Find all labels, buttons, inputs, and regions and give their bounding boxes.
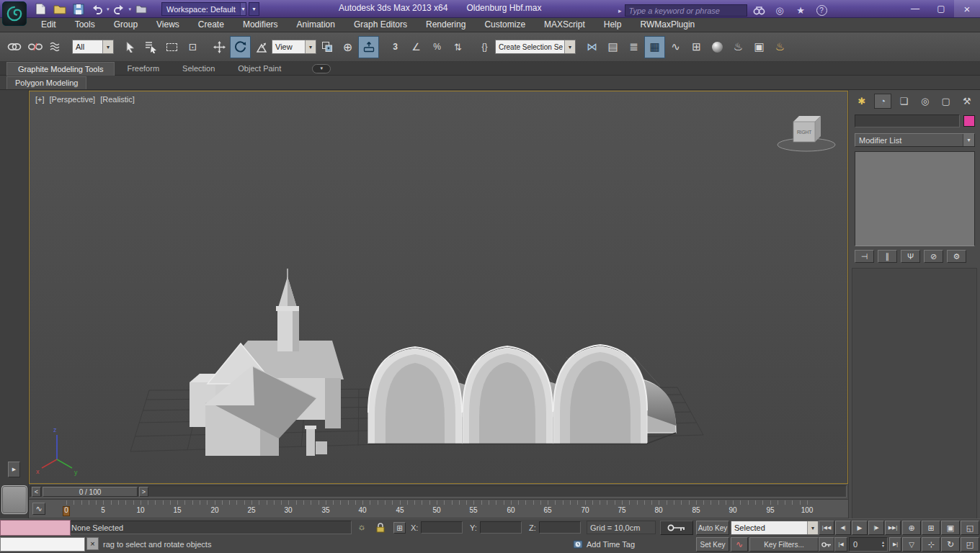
time-config-dropdown[interactable]: Selected▾ bbox=[731, 521, 819, 535]
percent-snap-toggle[interactable]: % bbox=[427, 36, 447, 58]
select-and-rotate-button[interactable] bbox=[230, 36, 251, 58]
keyboard-shortcut-override-toggle[interactable] bbox=[358, 36, 379, 58]
x-coord-field[interactable] bbox=[421, 521, 463, 534]
select-and-scale-button[interactable] bbox=[251, 36, 272, 58]
curve-editor-button[interactable]: ∿ bbox=[665, 36, 686, 58]
menu-item-edit[interactable]: Edit bbox=[32, 18, 66, 32]
selection-lock-toggle[interactable] bbox=[375, 522, 386, 534]
named-selection-sets-dropdown[interactable]: Create Selection Se▾ bbox=[495, 40, 576, 54]
edit-named-selection-sets-button[interactable]: {} bbox=[474, 36, 495, 58]
schematic-view-button[interactable]: ⊞ bbox=[686, 36, 707, 58]
key-mode-toggle-button[interactable] bbox=[819, 537, 834, 552]
maxscript-listener-pane[interactable] bbox=[0, 537, 85, 552]
utilities-tab[interactable]: ⚒ bbox=[958, 94, 976, 109]
zoom-all-button[interactable]: ⊞ bbox=[922, 521, 940, 535]
time-slider-prev-button[interactable]: < bbox=[32, 487, 41, 497]
menu-item-modifiers[interactable]: Modifiers bbox=[233, 18, 288, 32]
modifier-list-dropdown[interactable]: Modifier List ▾ bbox=[855, 133, 975, 147]
hierarchy-tab[interactable]: ❏ bbox=[895, 94, 912, 109]
zoom-button[interactable]: ⊕ bbox=[902, 521, 921, 535]
select-and-link-button[interactable] bbox=[4, 36, 24, 58]
select-by-name-button[interactable] bbox=[141, 36, 161, 58]
menu-item-rwmaxplugin[interactable]: RWMaxPlugin bbox=[631, 18, 704, 32]
menu-item-customize[interactable]: Customize bbox=[475, 18, 535, 32]
zoom-extents-button[interactable]: ▣ bbox=[941, 521, 960, 535]
key-filters-button[interactable]: Key Filters... bbox=[749, 537, 819, 552]
viewport-canvas[interactable]: RIGHT z x y bbox=[30, 91, 847, 483]
field-of-view-button[interactable]: ▽ bbox=[902, 537, 921, 552]
go-to-start-button[interactable]: |◀◀ bbox=[819, 521, 834, 535]
bind-to-space-warp-button[interactable] bbox=[45, 36, 66, 58]
configure-modifier-sets-button[interactable]: ⚙ bbox=[947, 250, 966, 263]
track-bar[interactable]: ∿ 0 5 10 15 20 25 30 35 40 45 50 55 60 6… bbox=[29, 500, 848, 518]
show-end-result-button[interactable]: ∥ bbox=[878, 250, 897, 263]
menu-item-tools[interactable]: Tools bbox=[66, 18, 104, 32]
workspace-dropdown-arrow[interactable]: ▾ bbox=[240, 3, 246, 15]
modify-tab[interactable]: ◔ bbox=[874, 94, 891, 109]
current-frame-field[interactable]: 0 ▴▾ bbox=[849, 537, 888, 552]
object-color-swatch[interactable] bbox=[963, 115, 975, 127]
ribbon-tab-selection[interactable]: Selection bbox=[172, 62, 226, 75]
macro-recorder-pane[interactable] bbox=[0, 520, 71, 536]
object-name-field[interactable] bbox=[855, 114, 960, 127]
perspective-viewport[interactable]: RIGHT z x y [+] [Perspective] [Realistic… bbox=[29, 91, 848, 484]
application-menu-button[interactable] bbox=[2, 1, 27, 26]
open-mini-curve-editor-button[interactable]: ∿ bbox=[32, 503, 45, 515]
help-icon[interactable]: ? bbox=[813, 2, 831, 19]
expand-ribbon-arrow-button[interactable]: ▶ bbox=[8, 462, 20, 477]
isolate-selection-toggle[interactable]: ☼ bbox=[357, 521, 366, 532]
pan-view-button[interactable]: ⊹ bbox=[922, 537, 940, 552]
ribbon-tab-freeform[interactable]: Freeform bbox=[116, 62, 170, 75]
mirror-button[interactable]: ⋈ bbox=[582, 36, 602, 58]
viewport-general-menu[interactable]: [+] bbox=[35, 95, 45, 104]
align-button[interactable]: ▤ bbox=[602, 36, 623, 58]
motion-tab[interactable]: ◎ bbox=[917, 94, 934, 109]
search-history-arrow[interactable]: ▸ bbox=[618, 7, 622, 14]
next-key-button[interactable]: ▶| bbox=[889, 537, 901, 552]
modifier-stack-list[interactable] bbox=[855, 151, 975, 246]
previous-frame-button[interactable]: ◀| bbox=[835, 521, 851, 535]
save-file-icon[interactable] bbox=[69, 1, 87, 17]
menu-item-animation[interactable]: Animation bbox=[288, 18, 344, 32]
render-production-button[interactable]: ♨ bbox=[770, 36, 790, 58]
maximize-viewport-toggle[interactable]: ◰ bbox=[961, 537, 979, 552]
project-folder-icon[interactable] bbox=[132, 1, 150, 17]
set-keys-button[interactable] bbox=[660, 521, 693, 535]
menu-item-views[interactable]: Views bbox=[147, 18, 189, 32]
viewport-pov-menu[interactable]: [Perspective] bbox=[50, 95, 96, 104]
ribbon-tab-graphite-modeling-tools[interactable]: Graphite Modeling Tools bbox=[6, 62, 115, 76]
train-shed-model[interactable] bbox=[368, 345, 676, 444]
minimize-button[interactable]: — bbox=[902, 0, 928, 17]
search-binoculars-icon[interactable] bbox=[750, 2, 768, 19]
graphite-ribbon-toggle[interactable]: ▦ bbox=[644, 36, 665, 58]
ribbon-panel-polygon-modeling[interactable]: Polygon Modeling bbox=[6, 76, 86, 89]
pin-stack-button[interactable]: ⊣ bbox=[855, 250, 874, 263]
menu-item-help[interactable]: Help bbox=[594, 18, 631, 32]
undo-dropdown-arrow[interactable]: ▾ bbox=[107, 6, 110, 12]
unlink-selection-button[interactable] bbox=[24, 36, 45, 58]
open-file-icon[interactable] bbox=[50, 1, 68, 17]
frame-spinner[interactable]: ▴▾ bbox=[879, 541, 887, 548]
use-pivot-point-center-button[interactable] bbox=[316, 36, 337, 58]
rendered-frame-window-button[interactable]: ▣ bbox=[749, 36, 770, 58]
angle-snap-toggle[interactable]: ∠ bbox=[406, 36, 427, 58]
undo-icon[interactable] bbox=[88, 1, 106, 17]
reference-coordinate-system-dropdown[interactable]: View▾ bbox=[272, 40, 316, 54]
snaps-toggle-button[interactable]: 3 bbox=[385, 36, 406, 58]
redo-icon[interactable] bbox=[110, 1, 128, 17]
spinner-snap-toggle[interactable]: ⇅ bbox=[447, 36, 468, 58]
create-tab[interactable]: ✱ bbox=[853, 94, 870, 109]
make-unique-button[interactable]: Ψ bbox=[901, 250, 920, 263]
next-frame-button[interactable]: |▶ bbox=[868, 521, 884, 535]
default-in-out-tangents-button[interactable]: ∿ bbox=[731, 537, 748, 552]
orbit-button[interactable]: ↻ bbox=[941, 537, 960, 552]
layer-explorer-button[interactable]: ≣ bbox=[623, 36, 644, 58]
time-tag-area[interactable]: Add Time Tag bbox=[571, 537, 664, 551]
new-scene-icon[interactable] bbox=[32, 1, 50, 17]
zoom-extents-all-button[interactable]: ◱ bbox=[961, 521, 979, 535]
selection-filter-dropdown[interactable]: All▾ bbox=[72, 40, 114, 54]
menu-item-rendering[interactable]: Rendering bbox=[416, 18, 475, 32]
menu-item-group[interactable]: Group bbox=[104, 18, 147, 32]
redo-dropdown-arrow[interactable]: ▾ bbox=[129, 6, 132, 12]
rectangular-selection-region-button[interactable] bbox=[161, 36, 182, 58]
